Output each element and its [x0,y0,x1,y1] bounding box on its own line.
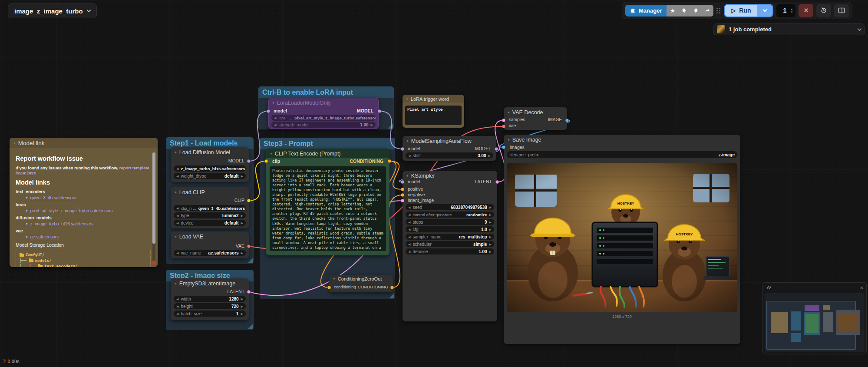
increment-icon[interactable]: ▶ [489,206,492,209]
job-result-thumbnail[interactable] [717,25,725,33]
node-model-link[interactable]: ● Model link Report workflow issue If yo… [10,138,158,267]
star-icon[interactable]: ★ [667,5,678,17]
decrement-icon[interactable]: ◀ [176,167,178,170]
increment-icon[interactable]: ▶ [241,312,243,315]
model-link-text-encoder[interactable]: qwen_3_4b.safetensors [30,195,76,200]
widget-shift[interactable]: ◀ shift 3.00 ▶ [406,152,493,159]
widget-weight-dtype[interactable]: ◀ weight_dtype default ▶ [174,173,246,179]
decrement-icon[interactable]: ◀ [408,228,410,231]
scrollbar-thumb[interactable] [152,152,155,244]
node-ksampler[interactable]: ● KSampler model LATENT positive negativ… [403,171,497,321]
collapse-dot-icon[interactable]: ● [406,97,408,101]
node-clip-text-encode[interactable]: ● CLIP Text Encode (Prompt) clip CONDITI… [266,149,389,255]
widget-denoise[interactable]: ◀ denoise 1.00 ▶ [406,248,494,255]
widget-seed[interactable]: ◀ seed 683387049879538 ▶ [406,204,494,210]
increment-icon[interactable]: ▶ [488,154,491,157]
increment-icon[interactable]: ▲ [791,8,793,10]
notification-bell-icon[interactable] [678,5,690,17]
decrement-icon[interactable]: ◀ [176,175,178,178]
widget-cfg[interactable]: ◀ cfg 1.0 ▶ [406,226,494,232]
sidebar-toggle-button[interactable] [834,4,849,17]
widget-height[interactable]: ◀ height 720 ▶ [174,303,246,309]
model-link-diffusion[interactable]: z_image_turbo_bf16.safetensors [30,222,94,226]
widget-batch-size[interactable]: ◀ batch_size 1 ▶ [174,311,246,317]
decrement-icon[interactable]: ◀ [408,154,410,157]
scrollbar[interactable] [152,152,155,265]
node-model-link-header[interactable]: ● Model link [10,138,158,148]
collapse-dot-icon[interactable]: ● [508,111,510,114]
decrement-icon[interactable]: ◀ [176,298,178,301]
collapse-dot-icon[interactable]: ● [175,151,177,154]
increment-icon[interactable]: ▶ [241,298,243,301]
widget-control-after-generate[interactable]: ◀ control after generate randomize ▶ [406,212,494,218]
increment-icon[interactable]: ▶ [489,213,492,216]
decrement-icon[interactable]: ◀ [408,221,410,224]
node-load-diffusion-model[interactable]: ● Load Diffusion Model MODEL ◀ z_image_t… [171,147,249,182]
increment-icon[interactable]: ▶ [241,214,243,217]
manager-button[interactable]: Manager [625,5,667,17]
node-save-image[interactable]: ● Save Image images filename_prefix z-im… [504,135,740,344]
widget-device[interactable]: ◀ device default ▶ [174,220,246,226]
decrement-icon[interactable]: ◀ [408,206,410,209]
decrement-icon[interactable]: ◀ [176,312,178,315]
widget-width[interactable]: ◀ width 1280 ▶ [174,296,246,302]
decrement-icon[interactable]: ▼ [791,11,793,13]
node-load-vae[interactable]: ● Load VAE VAE ◀ vae_name ae.safetensors… [171,231,249,258]
increment-icon[interactable]: ▶ [489,221,492,224]
toolbar-drag-handle[interactable] [716,7,721,14]
group-lora-title[interactable]: Ctrl-B to enable LoRA input [258,86,394,98]
widget-unet-name[interactable]: ◀ z_image_turbo_bf16.safetensors ▶ [174,165,246,172]
widget-sampler-name[interactable]: ◀ sampler_name res_multistep ▶ [406,234,494,240]
note-textarea[interactable]: Pixel art style [405,106,462,125]
widget-steps[interactable]: ◀ steps 9 ▶ [406,219,494,225]
decrement-icon[interactable]: ◀ [176,251,178,255]
collapse-dot-icon[interactable]: ● [508,138,510,142]
share-icon[interactable] [702,5,713,17]
decrement-icon[interactable]: ◀ [408,235,410,238]
widget-lora-name[interactable]: ◀ lora_ ... pixel_art_style_z_image_turb… [271,115,376,121]
collapse-dot-icon[interactable]: ● [272,101,274,105]
run-button[interactable]: ▷ Run [725,5,757,17]
collapse-dot-icon[interactable]: ● [406,174,409,178]
node-load-clip[interactable]: ● Load CLIP CLIP ◀ clip_n ... qwen_3_4b.… [171,187,249,228]
job-status-bar[interactable]: 1 job completed [713,23,865,35]
decrement-icon[interactable]: ◀ [274,123,276,126]
increment-icon[interactable]: ▶ [489,243,492,246]
collapse-dot-icon[interactable]: ● [175,235,177,238]
increment-icon[interactable]: ▶ [241,175,243,178]
collapse-dot-icon[interactable]: ● [175,282,177,285]
decrement-icon[interactable]: ◀ [176,305,178,308]
decrement-icon[interactable]: ◀ [274,116,276,119]
node-conditioning-zero-out[interactable]: ● ConditioningZeroOut conditioning CONDI… [329,275,393,292]
decrement-icon[interactable]: ◀ [408,250,410,253]
increment-icon[interactable]: ▶ [489,228,492,231]
clear-queue-button[interactable]: × [799,4,813,17]
widget-strength-model[interactable]: ◀ strength_model 1.00 ▶ [271,122,376,128]
collapse-dot-icon[interactable]: ● [13,142,16,145]
collapse-dot-icon[interactable]: ● [270,152,272,155]
decrement-icon[interactable]: ◀ [408,243,410,246]
notification-bell-alt-icon[interactable] [690,5,702,17]
widget-type[interactable]: ◀ type lumina2 ▶ [174,212,246,218]
run-options-button[interactable] [757,5,772,17]
close-icon[interactable]: × [860,285,863,291]
workflow-tab[interactable]: image_z_image_turbo [8,3,97,18]
widget-filename-prefix[interactable]: filename_prefix z-image [507,151,737,158]
chevron-down-icon[interactable] [858,26,862,31]
link-icon[interactable] [766,284,772,291]
increment-icon[interactable]: ▶ [241,305,243,308]
model-link-vae[interactable]: ae.safetensors [30,235,59,239]
widget-scheduler[interactable]: ◀ scheduler simple ▶ [406,241,494,247]
minimap-canvas[interactable] [765,293,865,352]
batch-count-stepper[interactable]: 1 ▲ ▼ [776,4,795,17]
increment-icon[interactable]: ▶ [489,235,492,238]
history-button[interactable] [816,4,831,17]
widget-vae-name[interactable]: ◀ vae_name ae.safetensors ▶ [174,250,246,256]
generated-image-preview[interactable]: HOSTKEY [507,163,737,312]
increment-icon[interactable]: ▶ [241,222,243,225]
increment-icon[interactable]: ▶ [489,250,492,253]
node-vae-decode[interactable]: ● VAE Decode samples IMAGE vae [504,107,567,130]
minimap-panel[interactable]: × [762,282,867,354]
group-step3-title[interactable]: Step3 - Prompt [260,138,395,149]
node-model-sampling-auraflow[interactable]: ● ModelSamplingAuraFlow model MODEL ◀ sh… [403,136,496,161]
